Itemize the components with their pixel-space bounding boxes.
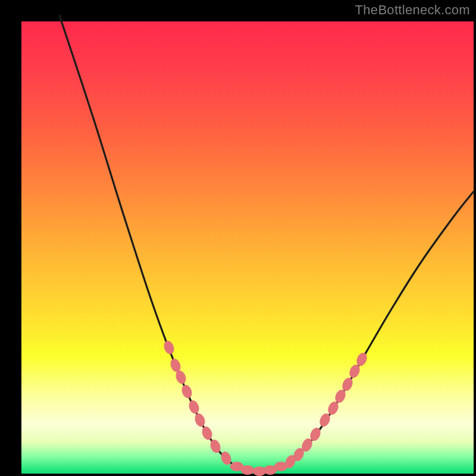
bead-marker [187, 399, 201, 415]
bead-marker [162, 340, 176, 355]
chart-frame: TheBottleneck.com [0, 0, 476, 476]
bottleneck-curve [60, 15, 474, 471]
watermark-text: TheBottleneck.com [355, 4, 470, 17]
bead-marker [355, 352, 369, 367]
bead-marker [201, 425, 214, 441]
bead-marker [193, 412, 206, 428]
bead-group-right [284, 352, 369, 469]
plot-area [21, 21, 474, 474]
bead-marker [341, 377, 355, 392]
bead-group-trough [230, 462, 287, 476]
bead-marker [180, 384, 193, 399]
curve-layer [21, 21, 474, 474]
bead-marker [241, 466, 254, 475]
